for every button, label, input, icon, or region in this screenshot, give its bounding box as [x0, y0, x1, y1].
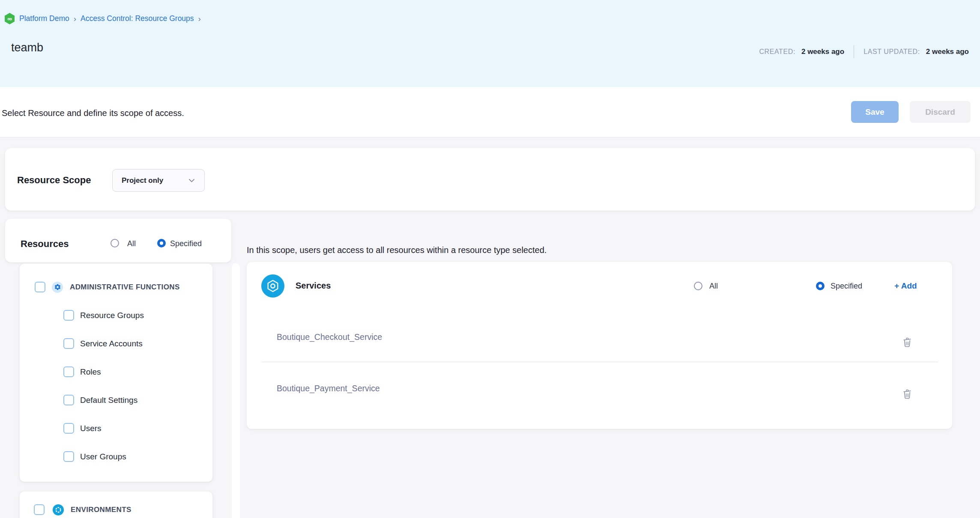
- save-button[interactable]: Save: [851, 101, 899, 123]
- delete-service-button[interactable]: [902, 336, 913, 348]
- resource-group-row: ADMINISTRATIVE FUNCTIONS: [35, 282, 212, 292]
- breadcrumb-link-platform-demo[interactable]: Platform Demo: [19, 14, 69, 23]
- resource-item-label: Roles: [80, 367, 101, 377]
- services-radio-all-label[interactable]: All: [709, 282, 718, 291]
- breadcrumb: ∞ Platform Demo › Access Control: Resour…: [4, 13, 201, 24]
- header-meta: CREATED: 2 weeks ago LAST UPDATED: 2 wee…: [759, 45, 969, 58]
- services-card: Services All Specified + Add Boutique_Ch…: [247, 262, 952, 429]
- service-accounts-checkbox[interactable]: [63, 338, 74, 349]
- service-row-label: Boutique_Checkout_Service: [277, 332, 382, 342]
- discard-button[interactable]: Discard: [910, 101, 971, 123]
- resource-item-row: Users: [63, 423, 212, 434]
- chevron-down-icon: [188, 179, 195, 183]
- roles-checkbox[interactable]: [63, 366, 74, 377]
- administrative-functions-card: ADMINISTRATIVE FUNCTIONS Resource Groups…: [19, 263, 213, 482]
- users-checkbox[interactable]: [63, 423, 74, 434]
- breadcrumb-separator-icon: ›: [74, 14, 76, 24]
- user-groups-checkbox[interactable]: [63, 451, 74, 462]
- services-radio-specified[interactable]: [816, 282, 825, 290]
- trash-icon: [902, 336, 913, 348]
- resources-radio-specified-label[interactable]: Specified: [170, 239, 202, 248]
- meta-divider: [854, 45, 854, 58]
- resource-item-label: Default Settings: [80, 396, 137, 405]
- resource-item-row: Service Accounts: [63, 338, 212, 349]
- resources-radio-specified[interactable]: [157, 239, 166, 247]
- resource-item-row: Default Settings: [63, 395, 212, 405]
- last-updated-value: 2 weeks ago: [926, 48, 969, 56]
- default-settings-checkbox[interactable]: [63, 395, 74, 405]
- resources-radio-all[interactable]: [111, 239, 119, 247]
- platform-logo-icon: ∞: [4, 13, 15, 24]
- services-title: Services: [296, 281, 331, 291]
- resource-scope-card: Resource Scope Project only: [5, 148, 975, 211]
- page-header: ∞ Platform Demo › Access Control: Resour…: [0, 0, 980, 87]
- environments-checkbox[interactable]: [34, 504, 45, 515]
- row-divider: [261, 362, 938, 362]
- services-icon: [261, 274, 284, 298]
- resource-item-row: Roles: [63, 366, 212, 377]
- environments-card: ENVIRONMENTS: [19, 491, 213, 518]
- breadcrumb-link-resource-groups[interactable]: Access Control: Resource Groups: [81, 14, 194, 23]
- resource-item-label: User Groups: [80, 452, 126, 461]
- action-toolbar: Select Resource and define its scope of …: [0, 87, 980, 137]
- breadcrumb-separator-icon: ›: [198, 14, 201, 24]
- resources-title: Resources: [21, 238, 69, 250]
- administrative-functions-checkbox[interactable]: [35, 282, 45, 292]
- resource-scope-title: Resource Scope: [17, 175, 91, 186]
- created-value: 2 weeks ago: [801, 48, 844, 56]
- service-row-label: Boutique_Payment_Service: [277, 384, 380, 393]
- resource-groups-checkbox[interactable]: [63, 310, 74, 321]
- last-updated-label: LAST UPDATED:: [863, 48, 920, 56]
- group-label: ENVIRONMENTS: [71, 506, 131, 514]
- resource-group-row: ENVIRONMENTS: [34, 504, 212, 515]
- services-radio-all[interactable]: [694, 282, 702, 290]
- resource-item-label: Resource Groups: [80, 311, 144, 320]
- add-service-button[interactable]: + Add: [894, 281, 917, 291]
- services-radio-specified-label[interactable]: Specified: [831, 282, 862, 291]
- toolbar-description: Select Resource and define its scope of …: [2, 108, 184, 118]
- environments-icon: [53, 504, 64, 515]
- group-label: ADMINISTRATIVE FUNCTIONS: [70, 283, 180, 292]
- gear-icon: [52, 282, 63, 293]
- resource-item-row: Resource Groups: [63, 310, 212, 321]
- resources-header-card: Resources All Specified: [5, 219, 231, 262]
- created-label: CREATED:: [759, 48, 795, 56]
- resource-item-label: Users: [80, 424, 102, 433]
- resource-scope-dropdown[interactable]: Project only: [112, 169, 205, 192]
- page-title: teamb: [11, 41, 43, 54]
- resource-scope-selected: Project only: [122, 176, 163, 185]
- left-panel-scrollbar[interactable]: [232, 263, 240, 518]
- resource-item-label: Service Accounts: [80, 339, 143, 348]
- resources-radio-all-label[interactable]: All: [127, 239, 136, 248]
- trash-icon: [902, 388, 913, 399]
- scope-hint-text: In this scope, users get access to all r…: [247, 245, 547, 255]
- resource-item-row: User Groups: [63, 451, 212, 462]
- page-root: ∞ Platform Demo › Access Control: Resour…: [0, 0, 980, 518]
- delete-service-button[interactable]: [902, 388, 913, 399]
